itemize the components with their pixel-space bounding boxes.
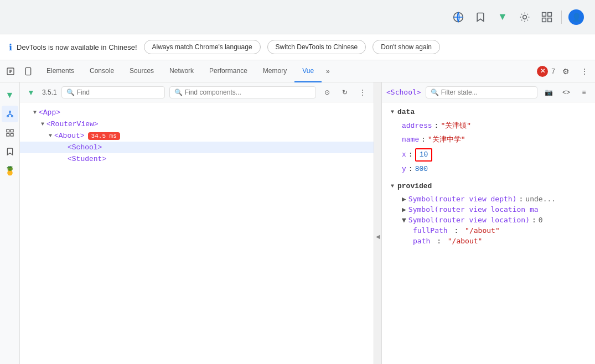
- svg-point-10: [11, 116, 13, 117]
- pinia-icon[interactable]: 🍍: [2, 162, 18, 179]
- location-text: location: [491, 216, 526, 224]
- state-content: ▼ data address : "关津镇" name : "关津中学": [382, 102, 595, 364]
- screenshot-icon[interactable]: 📷: [542, 86, 555, 99]
- provided-section-label: provided: [397, 182, 432, 190]
- svg-rect-11: [7, 129, 9, 132]
- vue-logo-sidebar[interactable]: ▼: [2, 87, 18, 103]
- component-tree-icon[interactable]: [2, 106, 18, 122]
- about-time-badge: 34.5 ms: [88, 132, 120, 140]
- component-search-icon: 🔍: [174, 89, 183, 96]
- info-icon: ℹ: [9, 42, 12, 53]
- provided-router-location-ma: ▶ Symbol(router view location ma: [402, 205, 586, 214]
- filter-search-icon: 🔍: [431, 89, 439, 96]
- separator: [561, 11, 562, 24]
- prop-name: name : "关津中学": [402, 134, 586, 146]
- svg-rect-4: [548, 18, 552, 22]
- prop-x: x : 10: [402, 148, 586, 162]
- selected-component-name: <School>: [386, 88, 421, 96]
- match-language-button[interactable]: Always match Chrome's language: [144, 40, 261, 54]
- expand-all-icon[interactable]: ≡: [577, 86, 591, 99]
- data-section-label: data: [397, 108, 415, 116]
- vuex-store-icon[interactable]: [2, 124, 18, 141]
- settings-icon[interactable]: ⚙: [557, 63, 574, 80]
- devtools-main: ▼ 🍍 ▼ 3.5.1 🔍: [0, 82, 595, 364]
- dont-show-again-button[interactable]: Don't show again: [372, 40, 440, 54]
- extensions-icon[interactable]: [539, 9, 555, 25]
- find-input[interactable]: [77, 89, 160, 96]
- find-searchbox[interactable]: 🔍: [61, 86, 165, 98]
- tree-item-about[interactable]: ▼ <About> 34.5 ms: [20, 130, 374, 142]
- provided-router-depth: ▶ Symbol(router view depth) : unde...: [402, 195, 586, 203]
- tab-memory[interactable]: Memory: [255, 60, 294, 82]
- bookmark-icon[interactable]: [473, 9, 488, 25]
- more-tree-options-icon[interactable]: ⋮: [356, 86, 369, 99]
- tabs-left-icons: [2, 63, 37, 80]
- provided-router-location: ▼ Symbol(router view location) : 0: [402, 216, 586, 224]
- vue-tree-section: ▼ 3.5.1 🔍 🔍 ⊙ ↻ ⋮: [20, 82, 374, 364]
- translate-icon[interactable]: [451, 9, 466, 25]
- tree-item-app[interactable]: ▼ <App>: [20, 107, 374, 118]
- error-count: 7: [551, 67, 555, 75]
- svg-point-0: [523, 15, 527, 19]
- devtools-notification: ℹ DevTools is now available in Chinese! …: [0, 34, 595, 60]
- bookmark-sidebar-icon[interactable]: [2, 143, 18, 160]
- tree-item-student[interactable]: <Student>: [20, 153, 374, 165]
- svg-rect-6: [25, 67, 30, 75]
- app-arrow: ▼: [31, 110, 39, 116]
- tab-network[interactable]: Network: [162, 60, 201, 82]
- tabs-more-button[interactable]: »: [322, 60, 334, 82]
- collapse-panel-arrow[interactable]: ◀: [374, 82, 382, 364]
- target-icon[interactable]: ⊙: [320, 86, 334, 99]
- routerview-arrow: ▼: [39, 121, 46, 127]
- vue-extension-icon[interactable]: ▼: [495, 9, 510, 25]
- vue-logo: ▼: [24, 86, 38, 99]
- vue-panel: ▼ 3.5.1 🔍 🔍 ⊙ ↻ ⋮: [20, 82, 595, 364]
- prop-address: address : "关津镇": [402, 121, 586, 132]
- sidebar-icons: ▼ 🍍: [0, 82, 20, 364]
- component-search-input[interactable]: [185, 89, 311, 96]
- notification-text: ℹ DevTools is now available in Chinese!: [9, 42, 137, 53]
- state-toolbar: <School> 🔍 📷 <> ≡: [382, 82, 595, 102]
- browser-chrome: ▼ 👤: [0, 0, 595, 34]
- svg-rect-2: [548, 12, 552, 16]
- vue-version: 3.5.1: [42, 89, 57, 96]
- tab-elements[interactable]: Elements: [39, 60, 82, 82]
- tree-item-school[interactable]: <School>: [20, 142, 374, 153]
- svg-rect-3: [542, 18, 546, 22]
- tree-item-routerview[interactable]: ▼ <RouterView>: [20, 118, 374, 130]
- svg-rect-13: [7, 133, 9, 136]
- tabs-right-actions: ✕ 7 ⚙ ⋮: [537, 63, 593, 80]
- profile-icon[interactable]: 👤: [568, 9, 584, 25]
- search-icon: 🔍: [66, 89, 75, 96]
- tab-vue[interactable]: Vue: [294, 60, 322, 82]
- device-toolbar-icon[interactable]: [20, 63, 37, 80]
- inspect-element-icon[interactable]: [2, 63, 19, 80]
- provided-section-header[interactable]: ▼ provided: [391, 182, 586, 190]
- svg-point-9: [7, 116, 8, 117]
- prop-y: y : 800: [402, 164, 586, 175]
- switch-to-chinese-button[interactable]: Switch DevTools to Chinese: [267, 40, 366, 54]
- component-search-box[interactable]: 🔍: [169, 86, 316, 98]
- component-tree: ▼ <App> ▼ <RouterView> ▼ <About> 34.: [20, 102, 374, 364]
- svg-point-8: [9, 111, 11, 113]
- vuex-icon[interactable]: [517, 9, 532, 25]
- more-options-icon[interactable]: ⋮: [576, 63, 593, 80]
- tab-performance[interactable]: Performance: [201, 60, 255, 82]
- error-badge: ✕: [537, 66, 548, 77]
- vue-tree-toolbar: ▼ 3.5.1 🔍 🔍 ⊙ ↻ ⋮: [20, 82, 374, 102]
- code-toggle-icon[interactable]: <>: [560, 86, 573, 99]
- refresh-icon[interactable]: ↻: [338, 86, 351, 99]
- vue-state-section: <School> 🔍 📷 <> ≡ ▼ data: [382, 82, 595, 364]
- about-arrow: ▼: [46, 133, 54, 139]
- tab-console[interactable]: Console: [82, 60, 122, 82]
- data-section-header[interactable]: ▼ data: [391, 108, 586, 116]
- tabs-bar: Elements Console Sources Network Perform…: [0, 60, 595, 82]
- svg-rect-12: [11, 129, 13, 132]
- path-item: path : "/about": [413, 237, 586, 245]
- svg-rect-14: [11, 133, 13, 136]
- devtools-panel: Elements Console Sources Network Perform…: [0, 60, 595, 364]
- svg-rect-1: [542, 12, 546, 16]
- filter-state-search[interactable]: 🔍: [426, 86, 537, 98]
- tab-sources[interactable]: Sources: [122, 60, 162, 82]
- filter-state-input[interactable]: [441, 89, 532, 96]
